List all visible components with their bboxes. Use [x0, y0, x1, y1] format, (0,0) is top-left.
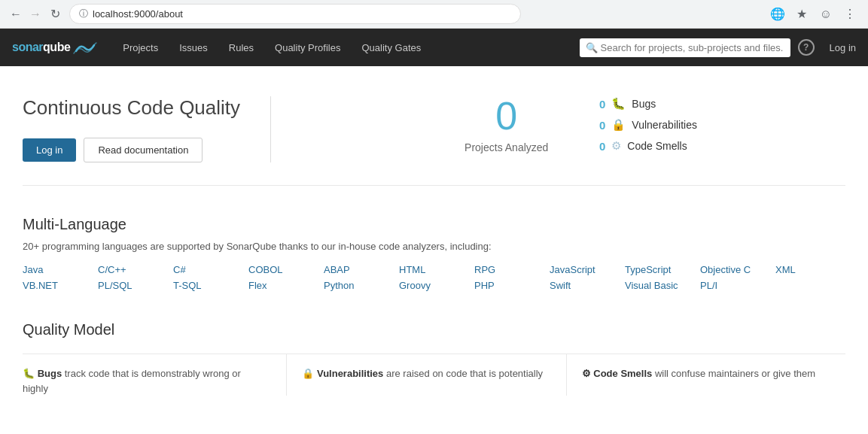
- quality-bugs-icon: 🐛: [23, 368, 38, 379]
- projects-count: 0: [464, 96, 548, 135]
- quality-grid: 🐛 Bugs track code that is demonstrably w…: [23, 354, 845, 396]
- lang-rpg[interactable]: RPG: [474, 264, 550, 275]
- lang-javascript[interactable]: JavaScript: [550, 264, 625, 275]
- vulnerabilities-metric: 0 🔒 Vulnerabilities: [593, 118, 697, 132]
- quality-smell-icon: ⚙: [582, 368, 594, 379]
- help-button[interactable]: ?: [798, 39, 815, 56]
- bugs-metric: 0 🐛 Bugs: [593, 97, 697, 111]
- address-bar[interactable]: ⓘ localhost:9000/about: [69, 4, 521, 24]
- lock-icon: ⓘ: [79, 8, 88, 20]
- logo[interactable]: sonarqube: [12, 41, 97, 55]
- lang-groovy[interactable]: Groovy: [399, 280, 474, 291]
- back-button[interactable]: ←: [8, 6, 24, 23]
- projects-label: Projects Analyzed: [464, 141, 548, 153]
- bookmark-icon[interactable]: ★: [791, 4, 812, 25]
- lang-abap[interactable]: ABAP: [324, 264, 399, 275]
- code-smell-icon: ⚙: [611, 139, 621, 153]
- quality-vuln-icon: 🔒: [302, 368, 317, 379]
- lang-swift[interactable]: Swift: [550, 280, 625, 291]
- lang-html[interactable]: HTML: [399, 264, 474, 275]
- multi-language-desc: 20+ programming languages are supported …: [23, 241, 845, 252]
- forward-button[interactable]: →: [27, 6, 44, 23]
- nav-quality-profiles[interactable]: Quality Profiles: [264, 29, 351, 66]
- browser-actions: 🌐 ★ ☺ ⋮: [767, 4, 860, 25]
- nav-issues[interactable]: Issues: [169, 29, 218, 66]
- quality-model-section: Quality Model 🐛 Bugs track code that is …: [23, 321, 845, 396]
- lang-python[interactable]: Python: [324, 280, 399, 291]
- bug-icon: 🐛: [611, 97, 626, 111]
- quality-vulnerabilities-col: 🔒 Vulnerabilities are raised on code tha…: [287, 354, 566, 396]
- top-nav: sonarqube Projects Issues Rules Quality …: [0, 29, 868, 66]
- hero-left: Continuous Code Quality Log in Read docu…: [23, 96, 271, 162]
- hero-title: Continuous Code Quality: [23, 96, 240, 120]
- bugs-count: 0: [593, 98, 605, 111]
- vulnerabilities-label: Vulnerabilities: [632, 119, 697, 131]
- vulnerabilities-count: 0: [593, 119, 605, 132]
- quality-model-title: Quality Model: [23, 321, 845, 338]
- quality-bugs-title: Bugs: [38, 368, 62, 379]
- nav-links: Projects Issues Rules Quality Profiles Q…: [112, 29, 431, 66]
- quality-smell-title: Code Smells: [593, 368, 652, 379]
- browser-nav-buttons: ← → ↻: [8, 6, 63, 23]
- lang-pli[interactable]: PL/I: [700, 280, 775, 291]
- browser-chrome: ← → ↻ ⓘ localhost:9000/about 🌐 ★ ☺ ⋮: [0, 0, 868, 29]
- lang-flex[interactable]: Flex: [248, 280, 324, 291]
- lang-xml[interactable]: XML: [775, 264, 851, 275]
- main-content: Continuous Code Quality Log in Read docu…: [0, 66, 868, 434]
- profile-icon[interactable]: ☺: [815, 4, 836, 25]
- nav-rules[interactable]: Rules: [218, 29, 264, 66]
- nav-search: 🔍 ? Log in: [580, 38, 856, 57]
- lang-java[interactable]: Java: [23, 264, 98, 275]
- quality-code-smells-col: ⚙ Code Smells will confuse maintainers o…: [567, 354, 845, 396]
- code-smells-label: Code Smells: [627, 140, 687, 152]
- stats-metrics: 0 🐛 Bugs 0 🔒 Vulnerabilities 0 ⚙ Code Sm…: [593, 97, 697, 153]
- nav-projects[interactable]: Projects: [112, 29, 169, 66]
- hero-buttons: Log in Read documentation: [23, 138, 240, 162]
- lang-vbnet[interactable]: VB.NET: [23, 280, 98, 291]
- lang-typescript[interactable]: TypeScript: [625, 264, 700, 275]
- quality-vuln-title: Vulnerabilities: [317, 368, 383, 379]
- lang-tsql[interactable]: T-SQL: [173, 280, 248, 291]
- lang-empty: [775, 280, 851, 291]
- lang-plsql[interactable]: PL/SQL: [98, 280, 173, 291]
- menu-icon[interactable]: ⋮: [839, 4, 860, 25]
- translate-icon[interactable]: 🌐: [767, 4, 788, 25]
- quality-vuln-desc: are raised on code that is potentially: [386, 368, 543, 379]
- languages-row1: Java C/C++ C# COBOL ABAP HTML RPG JavaSc…: [23, 264, 845, 275]
- docs-button[interactable]: Read documentation: [84, 138, 203, 162]
- hero-section: Continuous Code Quality Log in Read docu…: [23, 96, 845, 186]
- stats-section: 0 Projects Analyzed 0 🐛 Bugs 0 🔒 Vulnera…: [271, 96, 845, 153]
- lang-csharp[interactable]: C#: [173, 264, 248, 275]
- languages-row2: VB.NET PL/SQL T-SQL Flex Python Groovy P…: [23, 280, 845, 291]
- search-input[interactable]: [580, 38, 790, 57]
- login-button[interactable]: Log in: [23, 138, 76, 162]
- vulnerability-icon: 🔒: [611, 118, 626, 132]
- quality-bugs-col: 🐛 Bugs track code that is demonstrably w…: [23, 354, 287, 396]
- multi-language-title: Multi-Language: [23, 216, 845, 233]
- bugs-label: Bugs: [632, 98, 656, 110]
- lang-objective-c[interactable]: Objective C: [700, 264, 775, 275]
- nav-login-link[interactable]: Log in: [822, 42, 856, 53]
- reload-button[interactable]: ↻: [47, 6, 63, 23]
- projects-analyzed: 0 Projects Analyzed: [464, 96, 548, 153]
- multi-language-section: Multi-Language 20+ programming languages…: [23, 216, 845, 291]
- nav-quality-gates[interactable]: Quality Gates: [351, 29, 431, 66]
- lang-php[interactable]: PHP: [474, 280, 550, 291]
- lang-visual-basic[interactable]: Visual Basic: [625, 280, 700, 291]
- lang-cobol[interactable]: COBOL: [248, 264, 324, 275]
- search-wrapper: 🔍: [580, 38, 790, 57]
- logo-text: sonarqube: [12, 41, 97, 55]
- quality-smell-desc: will confuse maintainers or give them: [655, 368, 815, 379]
- code-smells-metric: 0 ⚙ Code Smells: [593, 139, 697, 153]
- url-text: localhost:9000/about: [93, 8, 183, 20]
- lang-c-cpp[interactable]: C/C++: [98, 264, 173, 275]
- code-smells-count: 0: [593, 140, 605, 153]
- logo-waves: [73, 41, 97, 54]
- search-icon: 🔍: [586, 42, 598, 53]
